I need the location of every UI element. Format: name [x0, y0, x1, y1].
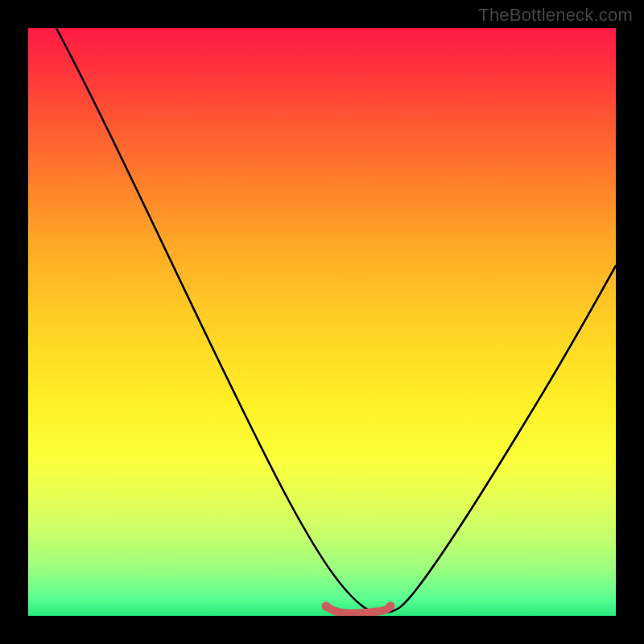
highlight-flat [326, 606, 390, 613]
plot-area [28, 28, 616, 616]
curve-layer [28, 28, 616, 616]
chart-frame: TheBottleneck.com [0, 0, 644, 644]
bottleneck-curve [56, 28, 616, 613]
highlight-end-dot [386, 602, 395, 611]
highlight-start-dot [322, 602, 331, 611]
watermark-text: TheBottleneck.com [478, 5, 633, 26]
